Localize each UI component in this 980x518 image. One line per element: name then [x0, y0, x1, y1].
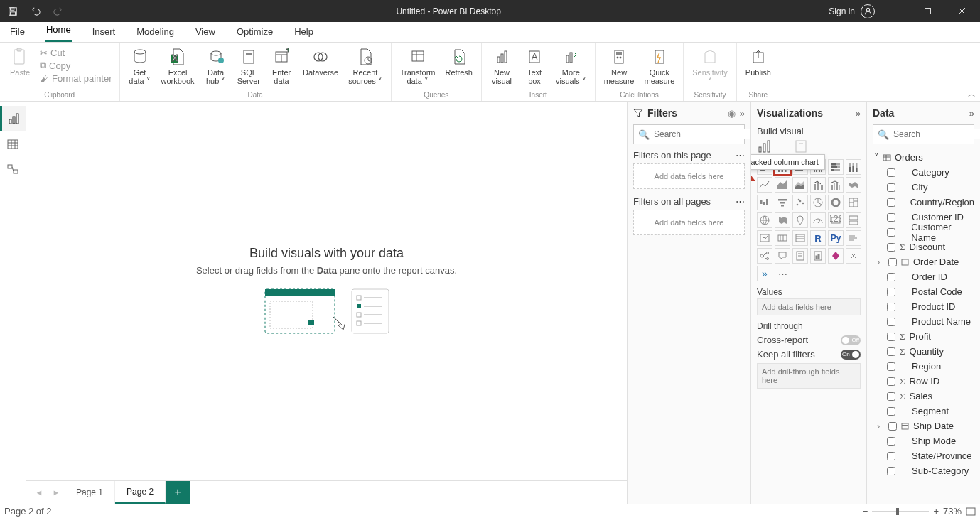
field-order-id[interactable]: Order ID — [873, 269, 974, 284]
cross-report-toggle[interactable]: Off — [841, 335, 861, 345]
refresh-button[interactable]: Refresh — [441, 45, 477, 78]
zoom-out[interactable]: − — [863, 506, 868, 517]
field-checkbox[interactable] — [887, 303, 895, 311]
undo-icon[interactable] — [26, 1, 45, 21]
field-checkbox[interactable] — [887, 213, 895, 222]
copy-button[interactable]: ⧉Copy — [37, 59, 115, 72]
report-canvas[interactable]: Build visuals with your data Select or d… — [26, 102, 627, 480]
viz-donut-icon[interactable] — [828, 195, 844, 210]
viz-more-icon[interactable]: » — [757, 266, 772, 281]
more-icon[interactable]: ⋯ — [736, 196, 745, 207]
user-avatar-icon[interactable] — [861, 4, 875, 18]
field-customer-name[interactable]: Customer Name — [873, 225, 974, 239]
field-checkbox[interactable] — [887, 452, 895, 460]
expand-icon[interactable]: » — [856, 108, 861, 119]
viz-line-clustered-column-icon[interactable] — [828, 177, 844, 193]
field-checkbox[interactable] — [887, 347, 895, 356]
field-city[interactable]: City — [873, 180, 974, 195]
tab-modeling[interactable]: Modeling — [135, 26, 176, 42]
viz-ellipsis-icon[interactable]: ⋯ — [775, 266, 790, 281]
data-search[interactable]: 🔍 — [873, 124, 974, 144]
field-product-name[interactable]: Product Name — [873, 314, 974, 329]
viz-table-icon[interactable] — [792, 230, 808, 246]
field-order-date[interactable]: ›Order Date — [873, 254, 974, 269]
page-tab-1[interactable]: Page 1 — [65, 481, 115, 504]
get-data-button[interactable]: Get data ˅ — [124, 45, 156, 87]
viz-map-icon[interactable] — [757, 212, 772, 228]
page-next[interactable]: ► — [48, 481, 65, 504]
field-checkbox[interactable] — [887, 288, 895, 296]
tab-help[interactable]: Help — [293, 26, 315, 42]
values-drop[interactable]: Add data fields here — [757, 298, 861, 315]
eye-icon[interactable]: ◉ — [728, 108, 736, 119]
viz-decomposition-icon[interactable] — [757, 248, 772, 264]
field-checkbox[interactable] — [887, 243, 895, 252]
viz-narrative-icon[interactable] — [792, 248, 808, 264]
tab-file[interactable]: File — [9, 26, 26, 42]
viz-treemap-icon[interactable] — [846, 195, 861, 210]
page-tab-2[interactable]: Page 2 — [115, 481, 166, 504]
model-view-icon[interactable] — [0, 157, 26, 183]
viz-line-stacked-column-icon[interactable] — [810, 177, 826, 193]
field-product-id[interactable]: Product ID — [873, 299, 974, 314]
field-country-region[interactable]: Country/Region — [873, 195, 974, 210]
expand-icon[interactable]: » — [969, 108, 974, 119]
field-checkbox[interactable] — [887, 407, 895, 416]
fit-page-icon[interactable] — [966, 507, 976, 516]
tab-optimize[interactable]: Optimize — [235, 26, 274, 42]
field-postal-code[interactable]: Postal Code — [873, 284, 974, 299]
viz-multi-card-icon[interactable] — [846, 212, 861, 228]
viz-ribbon-icon[interactable] — [846, 177, 861, 193]
field-sub-category[interactable]: Sub-Category — [873, 463, 974, 478]
viz-100-stacked-column-icon[interactable] — [846, 159, 861, 175]
data-hub-button[interactable]: Data hub ˅ — [200, 45, 232, 87]
paste-button[interactable]: Paste — [4, 45, 36, 78]
add-page-button[interactable]: + — [166, 481, 190, 504]
field-sales[interactable]: ΣSales — [873, 389, 974, 404]
field-profit[interactable]: ΣProfit — [873, 329, 974, 344]
field-checkbox[interactable] — [888, 258, 897, 266]
field-checkbox[interactable] — [887, 392, 895, 401]
filters-all-drop[interactable]: Add data fields here — [633, 210, 745, 235]
sql-server-button[interactable]: SQL Server — [233, 45, 264, 87]
field-checkbox[interactable] — [887, 318, 895, 326]
dataverse-button[interactable]: Dataverse — [298, 45, 343, 78]
field-category[interactable]: Category — [873, 165, 974, 180]
viz-funnel-icon[interactable] — [775, 195, 790, 210]
viz-powerapps-icon[interactable] — [828, 248, 844, 264]
keep-filters-toggle[interactable]: On — [841, 350, 861, 360]
field-quantity[interactable]: ΣQuantity — [873, 344, 974, 359]
filters-page-drop[interactable]: Add data fields here — [633, 163, 745, 189]
excel-button[interactable]: XExcel workbook — [157, 45, 199, 87]
field-ship-mode[interactable]: Ship Mode — [873, 433, 974, 448]
filters-search-input[interactable] — [654, 129, 750, 139]
table-view-icon[interactable] — [0, 131, 26, 157]
data-search-input[interactable] — [893, 129, 980, 139]
new-visual-button[interactable]: New visual — [486, 45, 517, 87]
field-row-id[interactable]: ΣRow ID — [873, 374, 974, 389]
viz-filled-map-icon[interactable] — [775, 212, 790, 228]
cut-button[interactable]: ✂Cut — [37, 46, 115, 59]
field-checkbox[interactable] — [887, 362, 895, 371]
collapse-ribbon-icon[interactable]: ︿ — [968, 89, 976, 99]
viz-100-stacked-bar-icon[interactable] — [828, 159, 844, 175]
redo-icon[interactable] — [48, 1, 68, 21]
save-icon[interactable] — [3, 1, 23, 21]
field-segment[interactable]: Segment — [873, 404, 974, 419]
field-checkbox[interactable] — [887, 273, 895, 281]
viz-paginated-icon[interactable] — [810, 248, 826, 264]
field-ship-date[interactable]: ›Ship Date — [873, 419, 974, 433]
transform-data-button[interactable]: Transform data ˅ — [396, 45, 440, 87]
zoom-in[interactable]: + — [933, 506, 939, 517]
viz-powerautomate-icon[interactable] — [846, 248, 861, 264]
more-visuals-button[interactable]: More visuals ˅ — [551, 45, 591, 87]
field-checkbox[interactable] — [887, 183, 895, 192]
format-visual-icon[interactable] — [794, 139, 808, 153]
field-checkbox[interactable] — [887, 198, 895, 207]
viz-key-influencers-icon[interactable] — [846, 230, 861, 246]
page-prev[interactable]: ◄ — [31, 481, 48, 504]
viz-stacked-area-icon[interactable] — [792, 177, 808, 193]
format-painter-button[interactable]: 🖌Format painter — [37, 72, 115, 85]
viz-area-icon[interactable] — [775, 177, 790, 193]
viz-scatter-icon[interactable] — [792, 195, 808, 210]
